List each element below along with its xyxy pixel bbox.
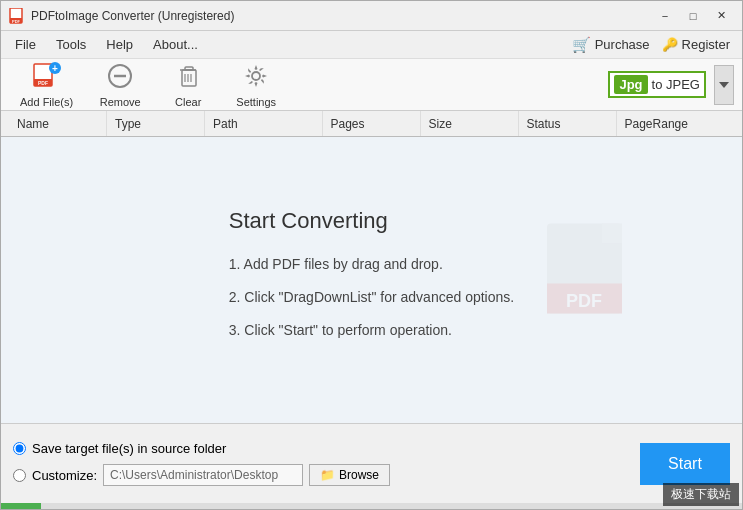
format-badge: Jpg [614,75,647,94]
purchase-label: Purchase [595,37,650,52]
purchase-action[interactable]: 🛒 Purchase [572,36,650,54]
col-header-pages: Pages [323,111,421,136]
close-button[interactable]: ✕ [708,6,734,26]
col-header-path: Path [205,111,323,136]
column-headers: Name Type Path Pages Size Status PageRan… [1,111,742,137]
save-source-label: Save target file(s) in source folder [32,441,226,456]
watermark-overlay: 极速下载站 [663,483,739,506]
svg-marker-18 [602,224,622,244]
bottom-left: Save target file(s) in source folder Cus… [13,441,390,486]
format-selector[interactable]: Jpg to JPEG [608,71,706,98]
start-button[interactable]: Start [640,443,730,485]
bottom-panel: Save target file(s) in source folder Cus… [1,423,742,503]
col-header-pagerange: PageRange [617,111,734,136]
col-header-status: Status [519,111,617,136]
menu-file[interactable]: File [5,33,46,56]
menu-help[interactable]: Help [96,33,143,56]
register-icon: 🔑 [662,37,678,52]
svg-rect-19 [602,224,622,244]
col-header-size: Size [421,111,519,136]
register-action[interactable]: 🔑 Register [662,37,730,52]
customize-row: Customize: 📁 Browse [13,464,390,486]
menu-right-actions: 🛒 Purchase 🔑 Register [572,36,738,54]
svg-text:+: + [52,62,58,73]
settings-icon [242,62,270,94]
svg-rect-12 [185,67,193,70]
remove-label: Remove [100,96,141,108]
menu-about[interactable]: About... [143,33,208,56]
col-header-type: Type [107,111,205,136]
browse-button[interactable]: 📁 Browse [309,464,390,486]
clear-icon [174,62,202,94]
save-source-row: Save target file(s) in source folder [13,441,390,456]
start-title: Start Converting [229,208,514,234]
settings-button[interactable]: Settings [224,63,288,107]
title-bar: PDF PDFtoImage Converter (Unregistered) … [1,1,742,31]
purchase-icon: 🛒 [572,36,591,54]
svg-rect-10 [182,70,196,86]
path-input[interactable] [103,464,303,486]
svg-point-16 [252,72,260,80]
customize-label: Customize: [32,468,97,483]
clear-button[interactable]: Clear [156,63,220,107]
minimize-button[interactable]: − [652,6,678,26]
pdf-watermark: PDF [542,219,642,342]
col-header-name: Name [9,111,107,136]
menu-bar: File Tools Help About... 🛒 Purchase 🔑 Re… [1,31,742,59]
progress-bar-fill [1,503,41,509]
folder-icon: 📁 [320,468,335,482]
menu-tools[interactable]: Tools [46,33,96,56]
clear-label: Clear [175,96,201,108]
title-bar-controls: − □ ✕ [652,6,734,26]
app-icon: PDF [9,8,25,24]
toolbar: PDF + Add File(s) Remove [1,59,742,111]
progress-bar-container [1,503,742,509]
svg-text:PDF: PDF [38,80,48,86]
instruction-2: 2. Click "DragDownList" for advanced opt… [229,287,514,308]
settings-label: Settings [236,96,276,108]
instruction-1: 1. Add PDF files by drag and drop. [229,254,514,275]
main-content: PDF Start Converting 1. Add PDF files by… [1,137,742,423]
add-files-label: Add File(s) [20,96,73,108]
start-converting-panel: Start Converting 1. Add PDF files by dra… [229,208,514,353]
save-source-radio[interactable] [13,442,26,455]
remove-icon [106,62,134,94]
register-label: Register [682,37,730,52]
title-bar-left: PDF PDFtoImage Converter (Unregistered) [9,8,234,24]
add-files-button[interactable]: PDF + Add File(s) [9,63,84,107]
customize-radio[interactable] [13,469,26,482]
maximize-button[interactable]: □ [680,6,706,26]
remove-button[interactable]: Remove [88,63,152,107]
svg-text:PDF: PDF [12,18,21,23]
format-dropdown-button[interactable] [714,65,734,105]
svg-rect-20 [547,284,622,314]
svg-rect-17 [547,224,622,314]
add-files-icon: PDF + [32,62,62,94]
menu-items: File Tools Help About... [5,33,208,56]
instruction-3: 3. Click "Start" to perform operation. [229,320,514,341]
svg-text:PDF: PDF [566,291,602,311]
title-bar-title: PDFtoImage Converter (Unregistered) [31,9,234,23]
browse-label: Browse [339,468,379,482]
app-window: PDF PDFtoImage Converter (Unregistered) … [0,0,743,510]
format-label: to JPEG [652,77,700,92]
